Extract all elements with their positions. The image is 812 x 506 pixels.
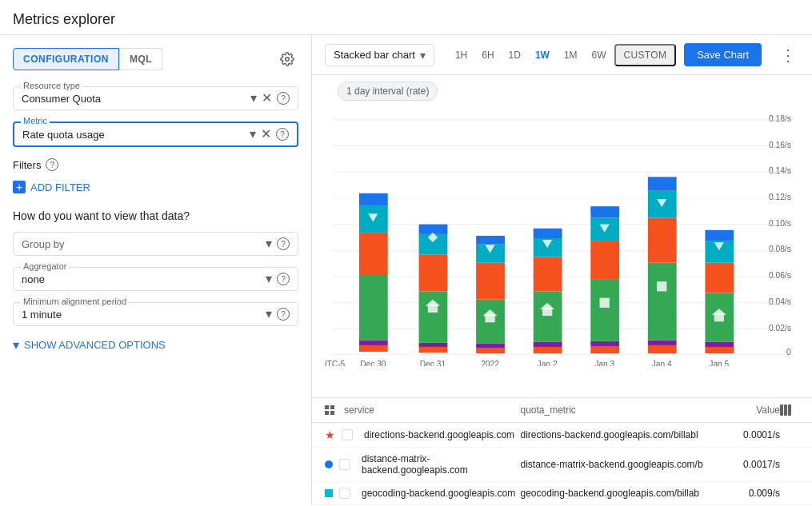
show-advanced-button[interactable]: ▾ SHOW ADVANCED OPTIONS: [13, 337, 298, 353]
chart-type-label: Stacked bar chart: [334, 49, 415, 61]
row-3-value-display: 0.009/s: [749, 488, 780, 499]
time-btn-1m[interactable]: 1M: [558, 46, 584, 65]
right-panel: Stacked bar chart ▾ 1H 6H 1D 1W 1M 6W CU…: [312, 35, 812, 505]
add-filter-label: ADD FILTER: [30, 181, 90, 193]
svg-rect-72: [705, 342, 734, 347]
metric-help-icon[interactable]: ?: [276, 128, 289, 141]
time-btn-6h[interactable]: 6H: [475, 46, 500, 65]
row-3-checkbox[interactable]: [339, 488, 350, 499]
svg-rect-21: [359, 345, 388, 352]
svg-text:Jan 3: Jan 3: [594, 360, 614, 366]
row-2-quota-value: distance-matrix-backend.googleapis.com/b: [521, 459, 703, 470]
svg-text:0.10/s: 0.10/s: [769, 219, 791, 228]
tab-mql[interactable]: MQL: [119, 48, 162, 70]
min-alignment-dropdown-icon[interactable]: ▾: [266, 308, 272, 321]
svg-rect-58: [590, 241, 619, 279]
row-1-checkbox[interactable]: [342, 429, 353, 440]
svg-rect-22: [359, 341, 388, 345]
svg-text:0.02/s: 0.02/s: [769, 324, 791, 333]
resource-type-clear-icon[interactable]: ✕: [262, 92, 272, 105]
svg-text:Dec 30: Dec 30: [360, 360, 386, 366]
aggregator-dropdown-icon[interactable]: ▾: [266, 273, 272, 285]
svg-text:0.12/s: 0.12/s: [769, 193, 791, 201]
tab-configuration[interactable]: CONFIGURATION: [13, 48, 119, 70]
time-btn-1w[interactable]: 1W: [529, 46, 556, 65]
row-2-value: 0.0017/s: [716, 459, 780, 470]
tabs: CONFIGURATION MQL: [13, 48, 298, 70]
metric-value: Rate quota usage: [22, 129, 245, 141]
filters-section: Filters ? + ADD FILTER: [13, 158, 298, 197]
metric-field[interactable]: Rate quota usage ▾ ✕ ?: [13, 122, 298, 147]
svg-rect-66: [648, 217, 677, 262]
svg-rect-62: [600, 298, 610, 308]
row-2-service: distance-matrix-backend.googleapis.com: [325, 453, 521, 476]
row-3-quota-value: geocoding-backend.googleapis.com/billab: [521, 488, 700, 499]
time-buttons: 1H 6H 1D 1W 1M 6W CUSTOM: [449, 44, 676, 66]
svg-rect-68: [648, 177, 677, 190]
svg-rect-71: [705, 347, 734, 353]
quota-col-header: quota_metric: [521, 404, 717, 416]
svg-text:Jan 4: Jan 4: [652, 360, 672, 366]
column-chooser-icon[interactable]: [780, 404, 799, 416]
settings-icon[interactable]: [276, 48, 298, 70]
svg-rect-57: [590, 279, 619, 341]
resource-type-dropdown-icon[interactable]: ▾: [250, 92, 257, 105]
left-panel: CONFIGURATION MQL Resource type Consumer…: [0, 35, 312, 505]
row-3-dot: [325, 489, 333, 497]
row-2-dot: [325, 460, 333, 468]
row-2-quota: distance-matrix-backend.googleapis.com/b: [521, 459, 717, 470]
chart-type-dropdown-icon: ▾: [420, 49, 426, 62]
time-btn-1h[interactable]: 1H: [449, 46, 474, 65]
svg-rect-49: [534, 257, 562, 292]
svg-text:Dec 31: Dec 31: [420, 360, 446, 366]
svg-text:0.04/s: 0.04/s: [769, 297, 791, 306]
time-btn-6w[interactable]: 6W: [586, 46, 613, 65]
row-2-checkbox[interactable]: [339, 459, 350, 470]
more-options-icon[interactable]: ⋮: [777, 46, 799, 65]
resource-type-group: Resource type Consumer Quota ▾ ✕ ?: [13, 86, 298, 110]
svg-text:0: 0: [786, 348, 791, 357]
svg-rect-63: [648, 345, 677, 353]
row-1-quota: directions-backend.googleapis.com/billab…: [521, 429, 717, 440]
metric-clear-icon[interactable]: ✕: [261, 128, 271, 141]
table-row: ★ directions-backend.googleapis.com dire…: [312, 423, 812, 448]
min-alignment-label: Minimum alignment period: [21, 297, 129, 306]
aggregator-help-icon[interactable]: ?: [277, 273, 290, 285]
svg-rect-64: [648, 341, 677, 345]
metric-label: Metric: [21, 116, 50, 126]
time-btn-1d[interactable]: 1D: [502, 46, 527, 65]
svg-rect-74: [705, 263, 734, 293]
add-filter-plus-icon: +: [13, 181, 26, 193]
legend-table-header: service quota_metric Value: [312, 398, 812, 423]
svg-text:Jan 2: Jan 2: [538, 360, 558, 366]
svg-text:0.16/s: 0.16/s: [769, 141, 791, 149]
min-alignment-group: Minimum alignment period 1 minute ▾ ?: [13, 302, 298, 326]
group-by-dropdown-icon[interactable]: ▾: [266, 237, 272, 250]
save-chart-button[interactable]: Save Chart: [684, 43, 762, 66]
star-icon: ★: [325, 428, 335, 441]
group-by-field[interactable]: Group by ▾ ?: [13, 232, 298, 256]
svg-text:Jan 5: Jan 5: [709, 360, 729, 366]
svg-rect-40: [476, 263, 505, 300]
add-filter-button[interactable]: + ADD FILTER: [13, 177, 298, 197]
aggregator-group: Aggregator none ▾ ?: [13, 267, 298, 291]
min-alignment-value: 1 minute: [22, 309, 139, 321]
svg-text:UTC-5: UTC-5: [325, 360, 346, 366]
svg-text:0.18/s: 0.18/s: [769, 114, 791, 123]
table-grid-icon: [325, 405, 334, 415]
group-by-help-icon[interactable]: ?: [277, 237, 290, 250]
svg-rect-65: [648, 263, 677, 341]
resource-type-help-icon[interactable]: ?: [277, 92, 290, 105]
interval-badge: 1 day interval (rate): [338, 82, 438, 101]
svg-rect-76: [705, 230, 734, 241]
resource-type-label: Resource type: [21, 81, 82, 90]
svg-text:0.06/s: 0.06/s: [769, 271, 791, 280]
row-2-service-value: distance-matrix-backend.googleapis.com: [362, 453, 521, 476]
min-alignment-help-icon[interactable]: ?: [277, 308, 290, 321]
filters-help-icon[interactable]: ?: [46, 158, 58, 171]
time-btn-custom[interactable]: CUSTOM: [614, 44, 677, 66]
metric-dropdown-icon[interactable]: ▾: [250, 128, 256, 141]
value-header-label: Value: [756, 404, 780, 416]
chart-type-selector[interactable]: Stacked bar chart ▾: [325, 44, 434, 66]
value-col-header: Value: [716, 404, 780, 416]
